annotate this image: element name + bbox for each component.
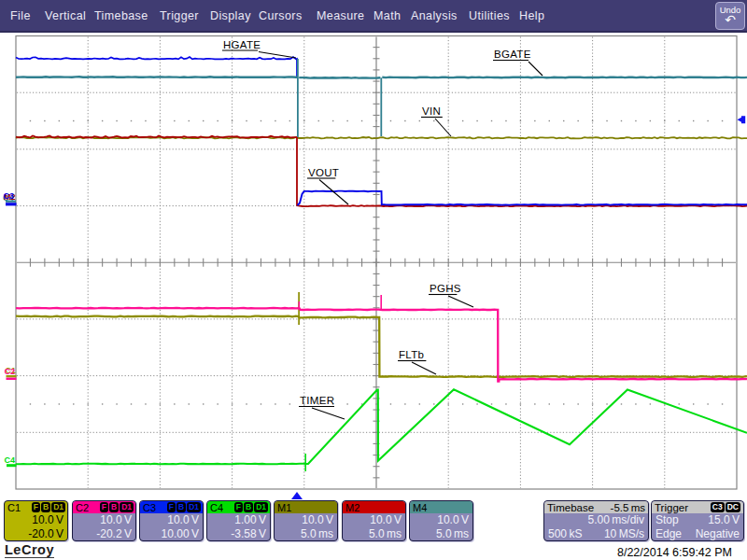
svg-text:FLTb: FLTb xyxy=(399,349,424,360)
svg-text:C3: C3 xyxy=(4,191,15,201)
svg-text:HGATE: HGATE xyxy=(223,39,261,50)
svg-text:VOUT: VOUT xyxy=(308,167,339,178)
svg-text:BGATE: BGATE xyxy=(494,49,531,60)
svg-text:C2: C2 xyxy=(5,367,16,376)
svg-text:PGHS: PGHS xyxy=(430,283,461,294)
svg-text:C4: C4 xyxy=(5,455,16,465)
svg-text:TIMER: TIMER xyxy=(300,395,334,406)
svg-text:VIN: VIN xyxy=(422,105,441,117)
